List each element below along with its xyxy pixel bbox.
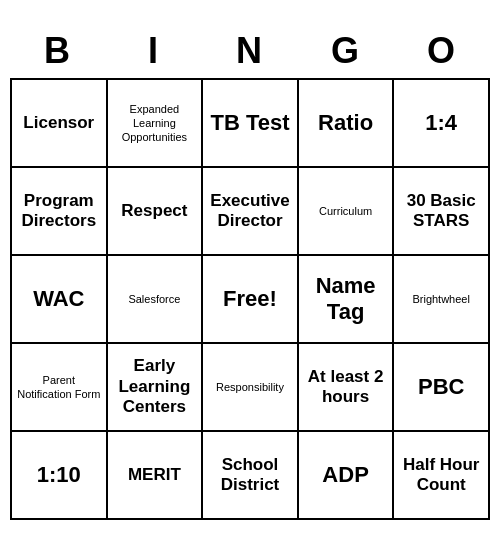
bingo-cell-6[interactable]: Respect <box>108 168 204 256</box>
bingo-cell-24[interactable]: Half Hour Count <box>394 432 490 520</box>
bingo-cell-18[interactable]: At least 2 hours <box>299 344 395 432</box>
bingo-cell-9[interactable]: 30 Basic STARS <box>394 168 490 256</box>
cell-text-18: At least 2 hours <box>303 367 389 408</box>
cell-text-22: School District <box>207 455 293 496</box>
cell-text-14: Brightwheel <box>412 292 469 306</box>
cell-text-6: Respect <box>121 201 187 221</box>
bingo-grid: LicensorExpanded Learning OpportunitiesT… <box>10 78 490 520</box>
bingo-cell-20[interactable]: 1:10 <box>12 432 108 520</box>
bingo-cell-15[interactable]: Parent Notification Form <box>12 344 108 432</box>
bingo-card: B I N G O LicensorExpanded Learning Oppo… <box>10 24 490 520</box>
cell-text-15: Parent Notification Form <box>16 373 102 402</box>
header-b: B <box>10 24 106 78</box>
cell-text-2: TB Test <box>210 110 289 136</box>
cell-text-16: Early Learning Centers <box>112 356 198 417</box>
bingo-cell-10[interactable]: WAC <box>12 256 108 344</box>
bingo-cell-3[interactable]: Ratio <box>299 80 395 168</box>
cell-text-0: Licensor <box>23 113 94 133</box>
cell-text-13: Name Tag <box>303 273 389 326</box>
bingo-cell-19[interactable]: PBC <box>394 344 490 432</box>
bingo-cell-17[interactable]: Responsibility <box>203 344 299 432</box>
cell-text-12: Free! <box>223 285 277 314</box>
cell-text-21: MERIT <box>128 465 181 485</box>
header-i: I <box>106 24 202 78</box>
bingo-header: B I N G O <box>10 24 490 78</box>
bingo-cell-1[interactable]: Expanded Learning Opportunities <box>108 80 204 168</box>
cell-text-19: PBC <box>418 374 464 400</box>
header-g: G <box>298 24 394 78</box>
cell-text-11: Salesforce <box>128 292 180 306</box>
bingo-cell-14[interactable]: Brightwheel <box>394 256 490 344</box>
bingo-cell-0[interactable]: Licensor <box>12 80 108 168</box>
cell-text-7: Executive Director <box>207 191 293 232</box>
bingo-cell-21[interactable]: MERIT <box>108 432 204 520</box>
bingo-cell-12[interactable]: Free! <box>203 256 299 344</box>
bingo-cell-22[interactable]: School District <box>203 432 299 520</box>
bingo-cell-11[interactable]: Salesforce <box>108 256 204 344</box>
cell-text-8: Curriculum <box>319 204 372 218</box>
cell-text-24: Half Hour Count <box>398 455 484 496</box>
cell-text-9: 30 Basic STARS <box>398 191 484 232</box>
cell-text-20: 1:10 <box>37 462 81 488</box>
bingo-cell-7[interactable]: Executive Director <box>203 168 299 256</box>
bingo-cell-4[interactable]: 1:4 <box>394 80 490 168</box>
bingo-cell-16[interactable]: Early Learning Centers <box>108 344 204 432</box>
cell-text-3: Ratio <box>318 110 373 136</box>
cell-text-17: Responsibility <box>216 380 284 394</box>
bingo-cell-13[interactable]: Name Tag <box>299 256 395 344</box>
header-n: N <box>202 24 298 78</box>
cell-text-1: Expanded Learning Opportunities <box>112 102 198 145</box>
cell-text-23: ADP <box>322 462 368 488</box>
bingo-cell-5[interactable]: Program Directors <box>12 168 108 256</box>
cell-text-4: 1:4 <box>425 110 457 136</box>
cell-text-10: WAC <box>33 286 84 312</box>
header-o: O <box>394 24 490 78</box>
bingo-cell-23[interactable]: ADP <box>299 432 395 520</box>
bingo-cell-2[interactable]: TB Test <box>203 80 299 168</box>
bingo-cell-8[interactable]: Curriculum <box>299 168 395 256</box>
cell-text-5: Program Directors <box>16 191 102 232</box>
